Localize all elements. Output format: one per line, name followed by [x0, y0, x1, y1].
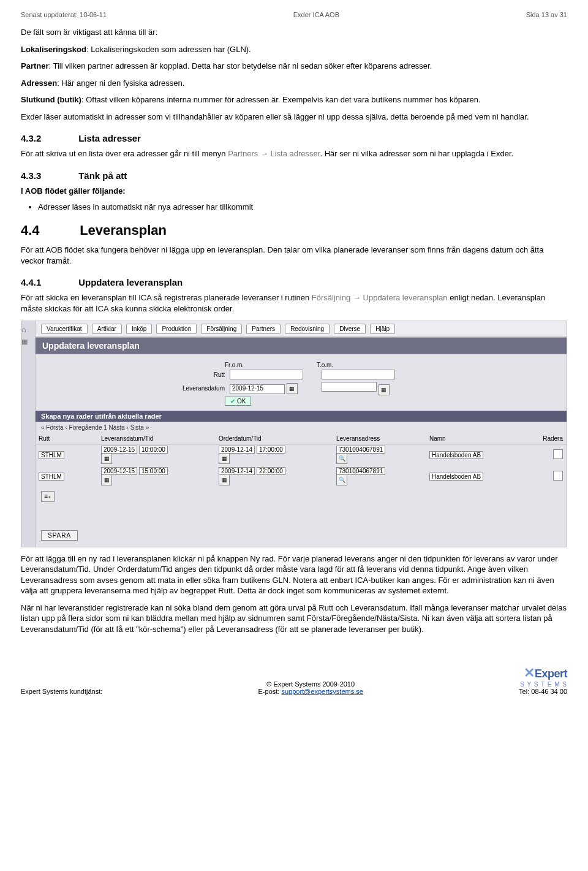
app-screenshot: ⌂ ▦ Varucertifikat Artiklar Inköp Produk… [21, 321, 567, 547]
footer-email-link[interactable]: support@expertsystems.se [281, 688, 363, 695]
delete-checkbox[interactable] [553, 449, 563, 459]
menu-produktion[interactable]: Produktion [156, 324, 197, 334]
cell-levtime[interactable]: 15:00:00 [139, 467, 168, 475]
table-row: STHLM 2009-12-15 10:00:00 ▦ 2009-12-14 1… [35, 444, 567, 466]
leveransplan-table: Rutt Leveransdatum/Tid Orderdatum/Tid Le… [35, 433, 567, 487]
footer-copyright: © Expert Systems 2009-2010 [102, 680, 519, 688]
field-lokaliseringskod: Lokaliseringskod: Lokaliseringskoden som… [21, 44, 567, 55]
lead-4-3-3: I AOB flödet gäller följande: [21, 186, 567, 197]
menu-bar: Varucertifikat Artiklar Inköp Produktion… [35, 321, 567, 337]
page-footer: Expert Systems kundtjänst: © Expert Syst… [0, 647, 588, 704]
calendar-icon[interactable]: ▦ [219, 474, 230, 485]
search-icon[interactable]: 🔍 [336, 474, 347, 485]
search-icon[interactable]: 🔍 [336, 453, 347, 464]
logo-brand: Expert [535, 668, 567, 680]
calendar-icon[interactable]: ▦ [287, 383, 298, 394]
header-left: Senast uppdaterat: 10-06-11 [21, 11, 107, 18]
footer-tel: Tel: 08-46 34 00 [519, 688, 567, 695]
calendar-icon[interactable]: ▦ [379, 384, 390, 395]
app-left-rail: ⌂ ▦ [21, 321, 36, 547]
calendar-icon[interactable]: ▦ [219, 453, 230, 464]
cell-namn[interactable]: Handelsboden AB [429, 451, 483, 459]
heading-text: Tänk på att [78, 170, 127, 181]
after-paragraph-1: För att lägga till en ny rad i leveransp… [21, 553, 567, 596]
cell-rutt[interactable]: STHLM [39, 451, 64, 459]
term: Partner [21, 61, 49, 70]
footer-left: Expert Systems kundtjänst: [21, 688, 102, 695]
pager[interactable]: « Första ‹ Föregående 1 Nästa › Sista » [35, 422, 567, 433]
paragraph-4-3-2: För att skriva ut en lista över era adre… [21, 148, 567, 159]
menu-inkop[interactable]: Inköp [126, 324, 152, 334]
menu-forsaljning[interactable]: Försäljning [201, 324, 242, 334]
header-center: Exder ICA AOB [293, 11, 339, 18]
heading-number: 4.4 [21, 223, 76, 238]
after-paragraph-2: När ni har leveranstider registrerade ka… [21, 603, 567, 635]
input-levdat-to[interactable] [322, 382, 377, 392]
heading-number: 4.3.3 [21, 170, 76, 181]
cell-ordertime[interactable]: 17:00:00 [257, 446, 285, 454]
cell-levtime[interactable]: 10:00:00 [139, 446, 168, 454]
menu-hjalp[interactable]: Hjälp [370, 324, 395, 334]
label-to: T.o.m. [317, 362, 409, 368]
new-row-button[interactable]: ≡₊ [41, 491, 55, 502]
menu-path: Partners → Lista adresser [228, 149, 320, 158]
filter-form: Fr.o.m. T.o.m. Rutt Leveransdatum 2009-1… [35, 354, 567, 411]
menu-varucertifikat[interactable]: Varucertifikat [41, 324, 88, 334]
col-orderdatum[interactable]: Orderdatum/Tid [215, 433, 333, 444]
menu-artiklar[interactable]: Artiklar [92, 324, 122, 334]
logo: ✕Expert S Y S T E M S [519, 665, 567, 688]
col-rutt[interactable]: Rutt [35, 433, 97, 444]
col-leveransadress[interactable]: Leveransadress [333, 433, 426, 444]
heading-text: Uppdatera leveransplan [78, 277, 183, 287]
desc: : Till vilken partner adressen är koppla… [49, 61, 432, 70]
text-post: . Här ser ni vilka adresser som ni har u… [320, 149, 513, 158]
page-header: Senast uppdaterat: 10-06-11 Exder ICA AO… [21, 11, 567, 18]
cell-namn[interactable]: Handelsboden AB [429, 473, 483, 481]
table-row: STHLM 2009-12-15 15:00:00 ▦ 2009-12-14 2… [35, 466, 567, 487]
field-adressen: Adressen: Här anger ni den fysiska adres… [21, 78, 567, 89]
heading-4-4-1: 4.4.1 Uppdatera leveransplan [21, 277, 567, 287]
col-namn[interactable]: Namn [426, 433, 529, 444]
term: Slutkund (butik) [21, 95, 81, 104]
input-levdat-from[interactable]: 2009-12-15 [230, 384, 285, 394]
delete-checkbox[interactable] [553, 471, 563, 481]
cell-ordertime[interactable]: 22:00:00 [257, 467, 285, 475]
ok-button[interactable]: OK [225, 397, 251, 406]
heading-number: 4.4.1 [21, 277, 76, 287]
logo-sub: S Y S T E M S [519, 681, 567, 688]
heading-4-3-2: 4.3.2 Lista adresser [21, 133, 567, 143]
heading-text: Lista adresser [78, 133, 141, 143]
heading-4-4: 4.4 Leveransplan [21, 223, 567, 238]
menu-redovisning[interactable]: Redovisning [285, 324, 330, 334]
heading-number: 4.3.2 [21, 133, 76, 143]
footer-mid-pre: E-post: [258, 688, 282, 695]
save-button[interactable]: SPARA [41, 530, 78, 541]
header-right: Sida 13 av 31 [526, 11, 567, 18]
calendar-icon[interactable]: ▦ [101, 474, 112, 485]
grid-icon[interactable]: ▦ [21, 338, 35, 346]
paragraph-4-4-1: För att skicka en leveransplan till ICA … [21, 292, 567, 314]
ok-label: OK [237, 398, 246, 405]
input-rutt-from[interactable] [230, 370, 303, 379]
bullet-list: Adresser läses in automatiskt när nya ad… [38, 202, 567, 211]
menu-partners[interactable]: Partners [246, 324, 281, 334]
label-rutt: Rutt [35, 371, 230, 378]
menu-diverse[interactable]: Diverse [334, 324, 366, 334]
desc: : Oftast vilken köparens interna nummer … [81, 95, 481, 104]
input-rutt-to[interactable] [322, 370, 395, 379]
sub-bar: Skapa nya rader utifrån aktuella rader [35, 411, 567, 422]
intro-lead: De fält som är viktigast att känna till … [21, 27, 567, 38]
label-leveransdatum: Leveransdatum [35, 385, 230, 392]
paragraph-4-4: För att AOB flödet ska fungera behöver n… [21, 245, 567, 266]
heading-text: Leveransplan [80, 223, 167, 238]
col-leveransdatum[interactable]: Leveransdatum/Tid [97, 433, 215, 444]
col-radera: Radera [529, 433, 567, 444]
app-title: Uppdatera leveransplan [35, 337, 567, 354]
home-icon[interactable]: ⌂ [21, 325, 35, 334]
field-partner: Partner: Till vilken partner adressen är… [21, 61, 567, 72]
intro-after: Exder läser automatiskt in adresser som … [21, 112, 567, 123]
heading-4-3-3: 4.3.3 Tänk på att [21, 170, 567, 181]
term: Adressen [21, 78, 57, 88]
cell-rutt[interactable]: STHLM [39, 473, 64, 481]
calendar-icon[interactable]: ▦ [101, 453, 112, 464]
